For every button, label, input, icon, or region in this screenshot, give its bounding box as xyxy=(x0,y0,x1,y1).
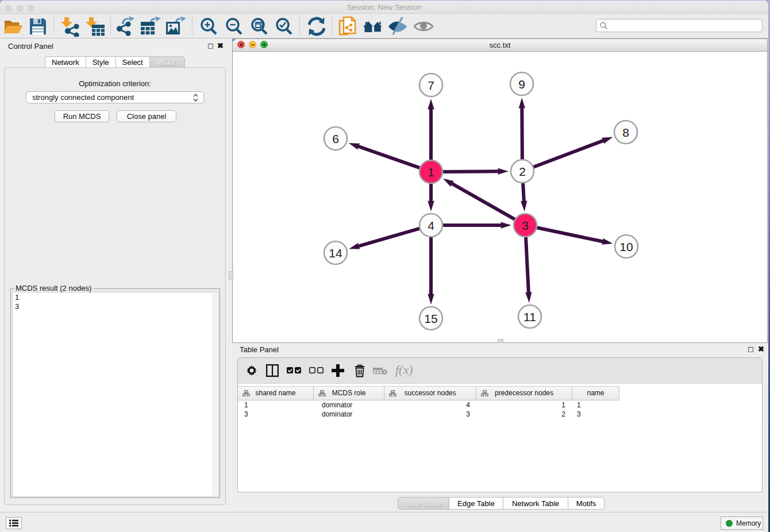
svg-text:3: 3 xyxy=(522,219,529,232)
svg-text:4: 4 xyxy=(428,219,434,232)
svg-text:8: 8 xyxy=(622,126,629,139)
svg-text:7: 7 xyxy=(428,79,434,92)
svg-text:15: 15 xyxy=(424,312,437,325)
svg-text:9: 9 xyxy=(518,78,525,91)
svg-text:1: 1 xyxy=(428,165,434,179)
svg-text:10: 10 xyxy=(619,240,633,253)
svg-text:11: 11 xyxy=(523,310,536,323)
svg-text:6: 6 xyxy=(332,132,339,145)
svg-text:2: 2 xyxy=(519,165,526,178)
svg-text:14: 14 xyxy=(329,246,342,260)
